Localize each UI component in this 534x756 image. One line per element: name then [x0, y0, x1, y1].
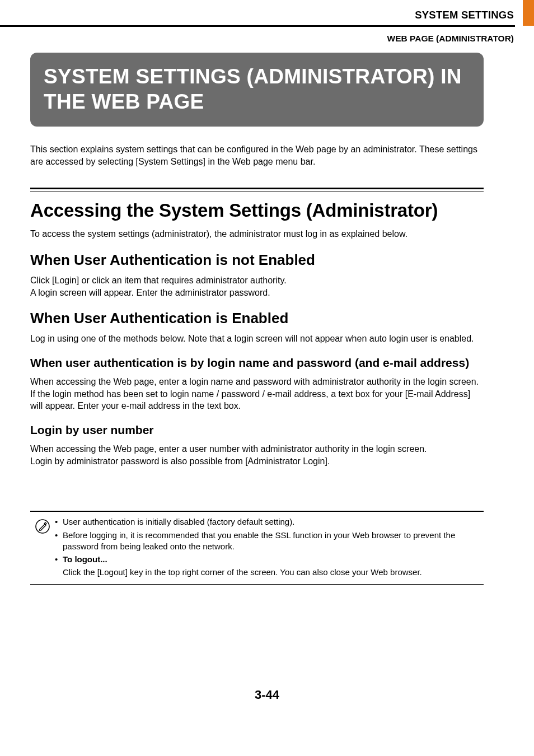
note-item-2-text: Before logging in, it is recommended tha… — [63, 530, 484, 553]
auth-enabled-body: Log in using one of the methods below. N… — [30, 333, 484, 345]
note-rule-bottom — [30, 584, 484, 585]
bullet-icon: • — [55, 554, 63, 565]
note-item-3: • To logout... — [55, 554, 484, 565]
intro-paragraph: This section explains system settings th… — [30, 143, 484, 167]
note-item-3-label: To logout... — [63, 554, 484, 565]
login-name-pw-body: When accessing the Web page, enter a log… — [30, 376, 484, 412]
accessing-heading: Accessing the System Settings (Administr… — [30, 200, 484, 221]
note-item-1-text: User authentication is initially disable… — [63, 516, 484, 528]
accessing-body: To access the system settings (administr… — [30, 228, 484, 240]
subsection-header: WEB PAGE (ADMINISTRATOR) — [387, 34, 514, 44]
note-item-3-body: Click the [Logout] key in the top right … — [55, 567, 484, 578]
page-title: SYSTEM SETTINGS (ADMINISTRATOR) IN THE W… — [44, 64, 470, 114]
page-number: 3-44 — [0, 688, 534, 702]
auth-not-enabled-body: Click [Login] or click an item that requ… — [30, 274, 484, 298]
note-item-2: • Before logging in, it is recommended t… — [55, 530, 484, 553]
chapter-tab — [523, 0, 534, 26]
section-divider — [30, 188, 484, 192]
header-rule — [0, 25, 515, 27]
login-user-number-body: When accessing the Web page, enter a use… — [30, 443, 484, 467]
bullet-icon: • — [55, 516, 63, 528]
page-title-box: SYSTEM SETTINGS (ADMINISTRATOR) IN THE W… — [30, 53, 484, 127]
note-item-1: • User authentication is initially disab… — [55, 516, 484, 528]
bullet-icon: • — [55, 530, 63, 553]
login-user-number-heading: Login by user number — [30, 422, 484, 437]
note-block: • User authentication is initially disab… — [30, 511, 484, 584]
pencil-note-icon — [35, 519, 50, 534]
auth-not-enabled-heading: When User Authentication is not Enabled — [30, 251, 484, 269]
auth-enabled-heading: When User Authentication is Enabled — [30, 310, 484, 327]
chapter-header: SYSTEM SETTINGS — [415, 9, 514, 21]
login-name-pw-heading: When user authentication is by login nam… — [30, 355, 484, 370]
